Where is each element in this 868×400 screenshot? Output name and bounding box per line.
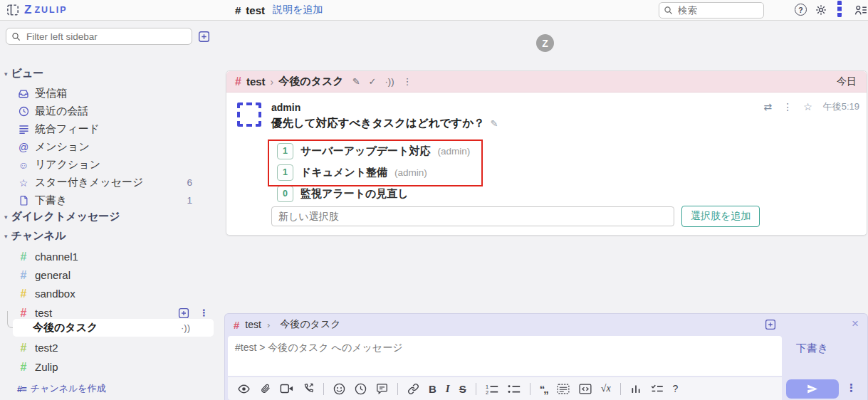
math-icon[interactable]: √x: [601, 383, 611, 394]
zulip-logo-word: ZULIP: [34, 5, 67, 15]
poll-option-row: 1 ドキュメント整備 (admin): [277, 162, 470, 183]
compose-box: # test › 今後のタスク × 下書き B I S 12: [224, 313, 868, 400]
send-arrow-icon: [805, 383, 820, 395]
sidebar-toggle-icon[interactable]: [6, 4, 19, 16]
channel-hash-icon: #: [17, 288, 30, 300]
views-section-header[interactable]: ▾ ビュー: [4, 67, 43, 80]
search-input[interactable]: [676, 4, 751, 16]
topic-followed-icon[interactable]: ·)): [181, 322, 190, 333]
sidebar-channel-test2[interactable]: # test2: [0, 339, 218, 357]
message-feed-container: # test › 今後のタスク ✎ ✓ ·)) ⋮ 今日 admin ⇄ ⋮ ☆…: [226, 70, 867, 236]
compose-channel-name[interactable]: test: [245, 319, 261, 330]
edit-poll-pencil-icon[interactable]: ✎: [491, 118, 498, 129]
todo-list-icon[interactable]: [651, 384, 664, 394]
sidebar-item-starred-messages[interactable]: ☆ スター付きメッセージ 6: [0, 174, 218, 191]
strikethrough-icon[interactable]: S: [459, 383, 466, 395]
compose-message-input[interactable]: [228, 336, 782, 376]
channel-kebab-icon[interactable]: ⋮: [199, 307, 209, 318]
poll-add-option-button[interactable]: 選択肢を追加: [681, 206, 760, 227]
chevron-right-icon: ›: [271, 76, 274, 88]
code-icon[interactable]: [579, 384, 592, 394]
search-box[interactable]: [659, 2, 764, 19]
edit-topic-pencil-icon[interactable]: ✎: [352, 76, 360, 87]
poll-chart-icon[interactable]: [630, 384, 642, 394]
mark-resolved-check-icon[interactable]: ✓: [369, 76, 377, 87]
create-channel-link[interactable]: #≡ チャンネルを作成: [0, 382, 218, 395]
user-avatar[interactable]: [837, 3, 842, 16]
zulip-loading-spinner: Z: [536, 34, 554, 52]
compose-topic-name[interactable]: 今後のタスク: [280, 318, 340, 331]
sidebar-item-combined-feed[interactable]: 統合フィード: [0, 120, 218, 138]
inbox-icon: [17, 88, 30, 99]
channels-section-header[interactable]: ▾ チャンネル: [4, 229, 66, 243]
sender-name[interactable]: admin: [271, 102, 300, 113]
message-bubble-icon[interactable]: [376, 383, 388, 394]
user-list-icon[interactable]: [854, 4, 867, 16]
help-icon[interactable]: ?: [795, 4, 807, 16]
sidebar-item-drafts[interactable]: 下書き 1: [0, 191, 218, 209]
preview-eye-icon[interactable]: [237, 384, 251, 394]
link-icon[interactable]: [407, 383, 419, 395]
channel-hash-icon: #: [234, 319, 239, 331]
send-options-kebab-icon[interactable]: ⋮: [846, 381, 857, 394]
poll-new-option-input[interactable]: [271, 206, 674, 226]
at-sign-icon: @: [17, 142, 30, 153]
poll-vote-button[interactable]: 1: [277, 143, 293, 159]
sidebar-filter-box[interactable]: [6, 28, 192, 45]
recipient-bar[interactable]: # test › 今後のタスク ✎ ✓ ·)) ⋮ 今日: [226, 71, 867, 93]
gear-icon[interactable]: [815, 4, 827, 16]
help-icon[interactable]: ?: [673, 383, 679, 394]
emoji-icon[interactable]: [333, 383, 345, 395]
star-message-icon[interactable]: ☆: [803, 101, 812, 112]
poll-option-row: 0 監視アラートの見直し: [277, 183, 470, 204]
channel-new-topic-plus-icon[interactable]: [178, 307, 189, 319]
channel-hash-icon: #: [17, 307, 30, 320]
voice-call-icon[interactable]: [303, 383, 314, 394]
new-conversation-plus-icon[interactable]: [198, 31, 210, 43]
quote-icon[interactable]: “„: [540, 383, 548, 395]
sidebar-topic-active[interactable]: 今後のタスク ·)): [13, 319, 214, 337]
sender-avatar[interactable]: [237, 102, 261, 127]
channel-hash-icon: #: [235, 75, 241, 88]
sidebar-item-recent-conversations[interactable]: 最近の会話: [0, 102, 218, 120]
starred-count-badge: 6: [174, 177, 192, 188]
send-button[interactable]: [786, 379, 839, 399]
message-kebab-icon[interactable]: ⋮: [783, 101, 793, 112]
attach-paperclip-icon[interactable]: [260, 383, 271, 394]
italic-icon[interactable]: I: [446, 383, 450, 395]
sidebar-item-mentions[interactable]: @ メンション: [0, 138, 218, 156]
poll-question: 優先して対応すべきタスクはどれですか？ ✎: [271, 116, 498, 131]
sidebar-channel-zulip[interactable]: # Zulip: [0, 358, 218, 376]
topic-kebab-icon[interactable]: ⋮: [402, 76, 412, 87]
sidebar-filter-input[interactable]: [25, 31, 170, 43]
quote-reply-icon[interactable]: ⇄: [763, 101, 772, 112]
sidebar-item-reactions[interactable]: ☺ リアクション: [0, 156, 218, 174]
schedule-clock-icon[interactable]: [355, 383, 367, 395]
zulip-logo[interactable]: Z ZULIP: [24, 3, 68, 17]
sidebar-channel-general[interactable]: # general: [0, 266, 218, 284]
caret-down-icon: ▾: [4, 214, 8, 221]
direct-messages-section-header[interactable]: ▾ ダイレクトメッセージ: [4, 210, 120, 223]
recipient-channel-name[interactable]: test: [246, 75, 266, 88]
bulleted-list-icon[interactable]: [508, 384, 521, 394]
message-timestamp: 午後5:19: [823, 100, 859, 113]
poll-vote-button[interactable]: 1: [277, 164, 293, 181]
topic-followed-icon[interactable]: ·)): [385, 76, 394, 87]
sidebar-item-inbox[interactable]: 受信箱: [0, 85, 218, 102]
poll-vote-button[interactable]: 0: [277, 186, 293, 202]
drafts-link[interactable]: 下書き: [796, 342, 828, 355]
sidebar-channel-channel1[interactable]: # channel1: [0, 248, 218, 265]
draft-file-icon: [17, 195, 30, 206]
bold-icon[interactable]: B: [429, 383, 436, 395]
numbered-list-icon[interactable]: 12: [486, 384, 498, 394]
toolbar-divider: [397, 383, 398, 395]
recipient-topic-name[interactable]: 今後のタスク: [278, 75, 343, 88]
add-description-link[interactable]: 説明を追加: [273, 4, 323, 16]
video-call-icon[interactable]: [280, 384, 293, 394]
zulip-app: Z ZULIP # test 説明を追加 ?: [0, 0, 868, 400]
compose-input-area: [228, 336, 782, 376]
compose-close-icon[interactable]: ×: [852, 317, 859, 331]
spoiler-icon[interactable]: [557, 384, 570, 394]
compose-expand-plus-icon[interactable]: [765, 319, 776, 330]
sidebar-channel-sandbox[interactable]: # sandbox: [0, 285, 218, 302]
